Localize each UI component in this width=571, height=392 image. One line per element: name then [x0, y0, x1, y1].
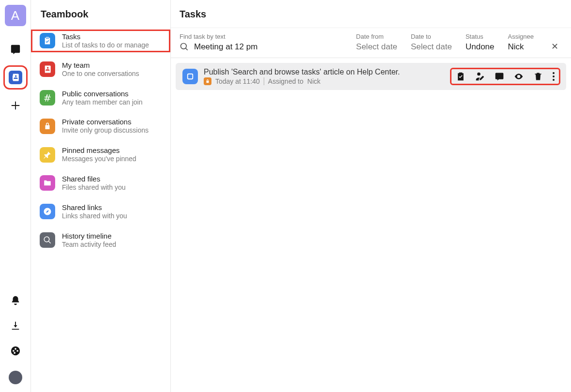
filter-status-label: Status	[466, 33, 495, 40]
comment-icon	[495, 72, 504, 81]
sidebar-item-shared-links[interactable]: Shared linksLinks shared with you	[31, 200, 170, 223]
filter-date-from-label: Date from	[356, 33, 397, 40]
filter-date-to-value: Select date	[411, 42, 452, 52]
page-title: Tasks	[171, 0, 571, 28]
sidebar-item-title: Private conversations	[62, 118, 149, 126]
task-body: Publish 'Search and browse tasks' articl…	[204, 68, 445, 85]
filters-bar: Find task by text Meeting at 12 pm Date …	[171, 28, 571, 58]
contacts-icon	[40, 61, 55, 77]
sidebar-item-title: Pinned messages	[62, 146, 136, 155]
sidebar-item-public-conversations[interactable]: Public conversationsAny team member can …	[31, 87, 170, 109]
filter-find-value: Meeting at 12 pm	[194, 42, 257, 52]
filter-date-from[interactable]: Date from Select date	[356, 33, 397, 52]
clipboard-check-icon	[456, 72, 466, 81]
filter-status-value: Undone	[466, 42, 495, 52]
sidebar-item-desc: Files shared with you	[62, 183, 126, 192]
view-button[interactable]	[514, 72, 524, 81]
sidebar-item-private-conversations[interactable]: Private conversationsInvite only group d…	[31, 115, 170, 137]
sidebar-item-history-timeline[interactable]: History timelineTeam activity feed	[31, 229, 170, 252]
task-row[interactable]: Publish 'Search and browse tasks' articl…	[176, 63, 566, 90]
pin-icon	[40, 147, 55, 163]
task-title: Publish 'Search and browse tasks' articl…	[204, 68, 445, 76]
more-button[interactable]	[553, 72, 555, 81]
logo-avatar[interactable]: A	[5, 5, 26, 26]
task-meta: Today at 11:40 Assigned to Nick	[204, 77, 445, 85]
lock-icon	[40, 119, 55, 134]
logo-letter: A	[11, 8, 19, 23]
sidebar-item-desc: Any team member can join	[62, 98, 143, 106]
eye-icon	[514, 72, 524, 81]
user-avatar[interactable]	[9, 371, 22, 384]
chat-icon	[10, 44, 21, 55]
main-panel: Tasks Find task by text Meeting at 12 pm…	[171, 0, 571, 392]
filter-date-to[interactable]: Date to Select date	[411, 33, 452, 52]
user-edit-icon	[475, 72, 485, 81]
sidebar-item-desc: Invite only group discussions	[62, 126, 149, 135]
filter-assignee-label: Assignee	[508, 33, 534, 40]
filter-find[interactable]: Find task by text Meeting at 12 pm	[180, 33, 343, 52]
svg-rect-2	[188, 74, 193, 79]
sidebar-item-desc: One to one conversations	[62, 70, 139, 78]
complete-task-button[interactable]	[456, 72, 466, 81]
sidebar-item-title: History timeline	[62, 232, 116, 241]
compass-icon	[40, 204, 55, 219]
filter-date-to-label: Date to	[411, 33, 452, 40]
app-rail: A	[0, 0, 31, 392]
delete-button[interactable]	[533, 72, 543, 81]
sidebar-nav-list: TasksList of tasks to do or manageMy tea…	[31, 30, 170, 257]
sidebar-item-pinned-messages[interactable]: Pinned messagesMessages you've pinned	[31, 143, 170, 166]
search-icon	[40, 232, 55, 248]
sidebar-item-title: My team	[62, 61, 139, 70]
sidebar-item-shared-files[interactable]: Shared filesFiles shared with you	[31, 172, 170, 195]
rail-chat-button[interactable]	[6, 40, 25, 59]
reassign-button[interactable]	[475, 72, 485, 81]
bell-icon[interactable]	[10, 295, 21, 306]
task-checkbox-icon[interactable]	[182, 69, 198, 84]
sidebar-item-title: Public conversations	[62, 90, 143, 98]
rail-bottom	[9, 295, 22, 387]
task-assigned-label: Assigned to	[268, 77, 303, 85]
svg-line-1	[186, 48, 188, 50]
trash-icon	[533, 72, 543, 81]
comment-button[interactable]	[495, 72, 504, 81]
sidebar-item-title: Shared links	[62, 203, 127, 212]
contacts-book-icon	[11, 73, 20, 82]
folder-icon	[40, 175, 55, 191]
rail-add-button[interactable]	[6, 96, 25, 115]
plus-icon	[10, 100, 21, 111]
svg-point-0	[181, 44, 187, 49]
sidebar-item-desc: Team activity feed	[62, 241, 116, 249]
kebab-icon	[553, 72, 555, 81]
sidebar-item-title: Shared files	[62, 175, 126, 183]
filter-find-label: Find task by text	[180, 33, 343, 40]
search-icon	[180, 42, 189, 52]
task-time: Today at 11:40	[215, 77, 260, 85]
rail-teambook-button[interactable]	[6, 68, 25, 87]
clear-filters-button[interactable]: ✕	[547, 41, 562, 52]
filter-status[interactable]: Status Undone	[466, 33, 495, 52]
task-assignee: Nick	[307, 77, 320, 85]
sidebar-title: Teambook	[31, 0, 170, 30]
book-icon-wrapper	[9, 71, 22, 84]
sidebar-item-my-team[interactable]: My teamOne to one conversations	[31, 58, 170, 81]
sidebar-item-desc: List of tasks to do or manage	[62, 41, 149, 49]
download-icon[interactable]	[10, 320, 21, 331]
clipboard-icon	[40, 33, 55, 48]
sidebar-item-desc: Links shared with you	[62, 212, 127, 220]
sidebar-item-title: Tasks	[62, 32, 149, 41]
sidebar-item-desc: Messages you've pinned	[62, 155, 136, 163]
divider	[264, 77, 264, 85]
filter-date-from-value: Select date	[356, 42, 397, 52]
filter-assignee[interactable]: Assignee Nick	[508, 33, 534, 52]
parent-icon	[204, 77, 211, 85]
sidebar-item-tasks[interactable]: TasksList of tasks to do or manage	[31, 30, 170, 52]
filter-assignee-value: Nick	[508, 42, 534, 52]
hash-icon	[40, 90, 55, 106]
sidebar: Teambook TasksList of tasks to do or man…	[31, 0, 171, 392]
help-icon[interactable]	[10, 346, 21, 356]
task-action-bar	[451, 69, 559, 84]
